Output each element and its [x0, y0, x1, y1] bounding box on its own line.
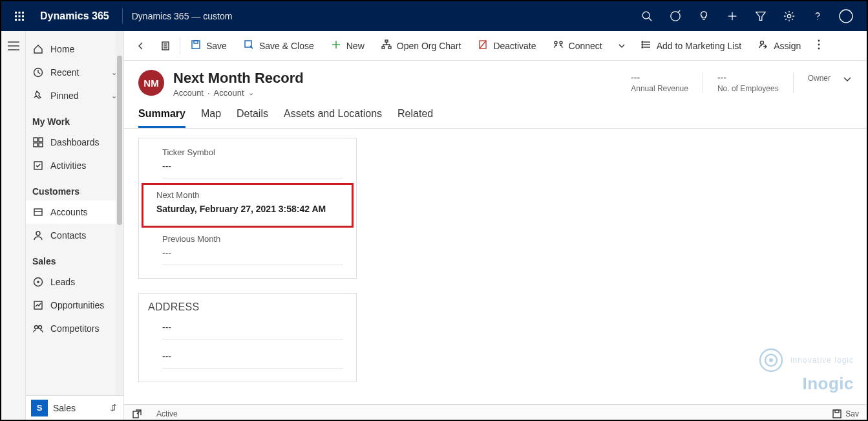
global-topbar: Dynamics 365 Dynamics 365 — custom: [1, 1, 867, 31]
filter-icon[interactable]: [746, 1, 775, 31]
brand-name[interactable]: Dynamics 365: [31, 10, 118, 22]
sidebar-item-competitors[interactable]: Competitors: [26, 317, 123, 340]
open-org-chart-button[interactable]: Open Org Chart: [374, 31, 469, 61]
search-icon[interactable]: [633, 1, 661, 31]
svg-rect-24: [34, 138, 37, 142]
svg-point-56: [642, 44, 643, 45]
svg-rect-8: [22, 19, 24, 21]
deactivate-icon: [478, 39, 488, 52]
sidebar-item-dashboards[interactable]: Dashboards: [26, 131, 123, 154]
sidebar-item-home[interactable]: Home: [26, 38, 123, 61]
svg-rect-2: [22, 12, 24, 14]
sidebar-item-label: Recent: [50, 67, 79, 78]
popout-icon[interactable]: [131, 409, 143, 418]
svg-point-31: [36, 232, 40, 235]
tab-assets[interactable]: Assets and Locations: [284, 108, 382, 128]
cmd-label: Connect: [569, 41, 602, 51]
sidebar-scrollbar[interactable]: [116, 31, 123, 420]
svg-marker-16: [756, 12, 765, 21]
environment-name[interactable]: Dynamics 365 — custom: [127, 11, 233, 21]
leads-icon: [32, 277, 44, 287]
svg-rect-41: [194, 41, 198, 43]
metric-annual-revenue[interactable]: --- Annual Revenue: [631, 72, 688, 93]
help-icon[interactable]: [803, 1, 832, 31]
svg-rect-6: [15, 19, 17, 21]
save-button[interactable]: Save: [183, 31, 235, 61]
task-icon[interactable]: [661, 1, 690, 31]
field-address-2[interactable]: ---: [139, 346, 356, 375]
lightbulb-icon[interactable]: [690, 1, 718, 31]
plus-icon: [331, 39, 341, 52]
record-entity: Account: [173, 88, 204, 98]
add-marketing-button[interactable]: Add to Marketing List: [633, 31, 750, 61]
svg-point-17: [787, 14, 790, 17]
save-icon: [191, 39, 201, 52]
cmd-label: Assign: [774, 41, 801, 51]
field-ticker[interactable]: Ticker Symbol ---: [139, 142, 356, 185]
gear-icon[interactable]: [775, 1, 803, 31]
connect-button[interactable]: Connect: [545, 31, 610, 61]
sidebar-item-opportunities[interactable]: Opportunities: [26, 294, 123, 317]
sidebar-item-pinned[interactable]: Pinned ⌄: [26, 84, 123, 107]
sidebar-item-activities[interactable]: Activities: [26, 154, 123, 177]
deactivate-button[interactable]: Deactivate: [470, 31, 544, 61]
sidebar-group-customers: Customers: [26, 177, 123, 200]
sidebar-item-accounts[interactable]: Accounts: [26, 200, 123, 224]
tab-map[interactable]: Map: [201, 108, 221, 128]
plus-icon[interactable]: [718, 1, 746, 31]
record-form[interactable]: Account: [214, 88, 244, 98]
cmd-label: Add to Marketing List: [657, 41, 742, 51]
svg-line-10: [649, 18, 652, 21]
header-expand-icon[interactable]: [842, 74, 852, 87]
form-card-address: ADDRESS --- ---: [138, 293, 357, 382]
save-close-button[interactable]: Save & Close: [236, 31, 322, 61]
svg-rect-62: [133, 411, 138, 418]
opportunities-icon: [32, 300, 44, 310]
form-selector-icon[interactable]: [154, 31, 177, 61]
sidebar-item-label: Home: [50, 44, 74, 54]
svg-rect-63: [833, 410, 841, 418]
connect-dropdown[interactable]: [611, 31, 632, 61]
header-metrics: --- Annual Revenue --- No. of Employees …: [631, 72, 831, 93]
cmd-label: Save: [206, 41, 227, 51]
sidebar: Home Recent ⌄ Pinned ⌄ My Work Dashboard…: [26, 31, 124, 420]
sidebar-group-mywork: My Work: [26, 107, 123, 131]
sidebar-item-contacts[interactable]: Contacts: [26, 224, 123, 247]
hamburger-icon[interactable]: [1, 31, 25, 61]
chevron-down-icon[interactable]: ⌄: [248, 89, 254, 97]
tab-related[interactable]: Related: [397, 108, 433, 128]
assign-button[interactable]: Assign: [750, 31, 809, 61]
svg-point-60: [818, 43, 820, 45]
svg-point-11: [671, 12, 680, 21]
save-close-icon: [244, 39, 254, 52]
user-avatar-icon[interactable]: [832, 1, 860, 31]
sidebar-item-label: Opportunities: [50, 300, 104, 310]
new-button[interactable]: New: [323, 31, 372, 61]
divider: [122, 8, 123, 24]
tab-summary[interactable]: Summary: [138, 108, 185, 128]
tab-details[interactable]: Details: [237, 108, 268, 128]
metric-num-employees[interactable]: --- No. of Employees: [717, 72, 779, 93]
highlighted-field: Next Month Saturday, February 27, 2021 3…: [142, 183, 354, 228]
svg-rect-26: [34, 143, 37, 147]
svg-rect-46: [382, 47, 385, 49]
app-launcher-icon[interactable]: [8, 1, 31, 31]
field-previous-month[interactable]: Previous Month ---: [139, 229, 356, 272]
area-switcher[interactable]: S Sales ⇵: [26, 395, 123, 420]
area-name: Sales: [53, 403, 76, 413]
sidebar-item-recent[interactable]: Recent ⌄: [26, 61, 123, 84]
back-button[interactable]: [129, 31, 153, 61]
more-commands-icon[interactable]: [810, 39, 828, 52]
record-title: Next Month Record: [173, 70, 304, 87]
sidebar-item-label: Activities: [50, 160, 86, 171]
svg-rect-1: [19, 12, 21, 14]
metric-owner[interactable]: Owner: [808, 72, 831, 83]
sidebar-item-leads[interactable]: Leads: [26, 270, 123, 294]
svg-point-59: [818, 39, 820, 41]
record-tabs: Summary Map Details Assets and Locations…: [124, 98, 867, 129]
footer-save-button[interactable]: Sav: [832, 409, 860, 418]
field-address-1[interactable]: ---: [139, 317, 356, 346]
accounts-icon: [32, 207, 44, 217]
field-next-month[interactable]: Next Month Saturday, February 27, 2021 3…: [143, 185, 352, 226]
record-header: NM Next Month Record Account · Account ⌄…: [124, 61, 867, 98]
